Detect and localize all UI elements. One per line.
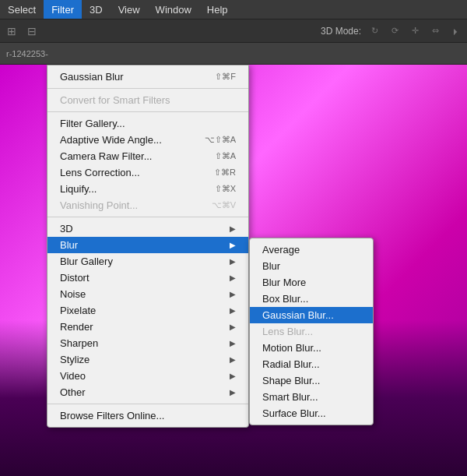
menu-item-blur-gallery[interactable]: Blur Gallery ▶: [47, 253, 248, 270]
menu-item-gaussian-blur-recent[interactable]: Gaussian Blur ⇧⌘F: [47, 69, 248, 85]
menu-item-video[interactable]: Video ▶: [47, 368, 248, 384]
3d-mode-label: 3D Mode:: [321, 26, 361, 37]
menu-item-liquify[interactable]: Liquify... ⇧⌘X: [47, 181, 248, 197]
menubar-item-select[interactable]: Select: [0, 0, 44, 19]
menubar-item-filter[interactable]: Filter: [44, 0, 82, 19]
submenu-item-surface-blur[interactable]: Surface Blur...: [250, 405, 373, 421]
menubar-item-help[interactable]: Help: [199, 0, 236, 19]
menu-item-distort[interactable]: Distort ▶: [47, 270, 248, 286]
menu-item-vanishing-point[interactable]: Vanishing Point... ⌥⌘V: [47, 197, 248, 213]
submenu-item-lens-blur[interactable]: Lens Blur...: [250, 323, 373, 340]
menu-item-blur[interactable]: Blur ▶: [47, 237, 248, 253]
3d-rotate-icon[interactable]: ↻: [367, 24, 381, 38]
3d-pan-icon[interactable]: ✛: [408, 24, 422, 38]
toolbar-icon-2[interactable]: ⊟: [25, 24, 39, 38]
menu-separator-4: [47, 404, 248, 404]
submenu-item-motion-blur[interactable]: Motion Blur...: [250, 340, 373, 356]
submenu-item-smart-blur[interactable]: Smart Blur...: [250, 389, 373, 405]
menu-item-sharpen[interactable]: Sharpen ▶: [47, 335, 248, 351]
blur-submenu: Average Blur Blur More Box Blur... Gauss…: [249, 238, 374, 425]
menu-item-browse-filters[interactable]: Browse Filters Online...: [47, 407, 248, 424]
menubar-item-view[interactable]: View: [111, 0, 148, 19]
menu-item-stylize[interactable]: Stylize ▶: [47, 351, 248, 368]
menu-separator-1: [47, 88, 248, 89]
submenu-item-gaussian-blur[interactable]: Gaussian Blur...: [250, 307, 373, 323]
options-bar: r-1242253-: [0, 43, 467, 65]
submenu-item-average[interactable]: Average: [250, 242, 373, 258]
menubar-item-3d[interactable]: 3D: [82, 0, 111, 19]
submenu-item-radial-blur[interactable]: Radial Blur...: [250, 356, 373, 372]
menu-item-adaptive-wide-angle[interactable]: Adaptive Wide Angle... ⌥⇧⌘A: [47, 132, 248, 148]
menu-item-filter-gallery[interactable]: Filter Gallery...: [47, 115, 248, 132]
menu-item-lens-correction[interactable]: Lens Correction... ⇧⌘R: [47, 164, 248, 181]
content-area: Gaussian Blur ⇧⌘F Convert for Smart Filt…: [0, 65, 467, 476]
3d-camera-icon[interactable]: ⏵: [448, 24, 462, 38]
menubar-item-window[interactable]: Window: [148, 0, 199, 19]
menu-item-camera-raw[interactable]: Camera Raw Filter... ⇧⌘A: [47, 148, 248, 164]
filter-menu: Gaussian Blur ⇧⌘F Convert for Smart Filt…: [47, 65, 249, 428]
file-label: r-1242253-: [6, 49, 48, 58]
3d-slide-icon[interactable]: ⇔: [428, 24, 442, 38]
submenu-item-shape-blur[interactable]: Shape Blur...: [250, 372, 373, 389]
3d-orbit-icon[interactable]: ⟳: [388, 24, 402, 38]
menu-item-pixelate[interactable]: Pixelate ▶: [47, 302, 248, 319]
submenu-item-blur[interactable]: Blur: [250, 258, 373, 274]
submenu-item-box-blur[interactable]: Box Blur...: [250, 291, 373, 307]
menu-item-render[interactable]: Render ▶: [47, 319, 248, 335]
toolbar: ⊞ ⊟ 3D Mode: ↻ ⟳ ✛ ⇔ ⏵: [0, 19, 467, 43]
submenu-item-blur-more[interactable]: Blur More: [250, 274, 373, 291]
menubar: Select Filter 3D View Window Help: [0, 0, 467, 19]
menu-separator-2: [47, 111, 248, 112]
menu-item-other[interactable]: Other ▶: [47, 384, 248, 400]
toolbar-icon-1[interactable]: ⊞: [5, 24, 19, 38]
menu-separator-3: [47, 217, 248, 217]
menu-item-convert-smart[interactable]: Convert for Smart Filters: [47, 92, 248, 108]
menu-item-3d[interactable]: 3D ▶: [47, 220, 248, 237]
menu-item-noise[interactable]: Noise ▶: [47, 286, 248, 302]
